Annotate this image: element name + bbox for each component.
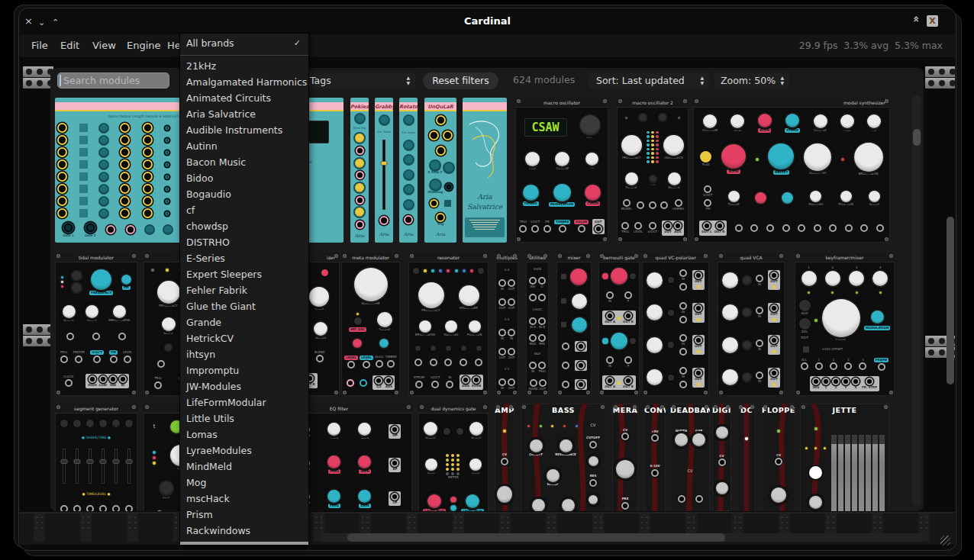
sort-select[interactable]: Sort: Last updated▲▼ <box>589 72 709 89</box>
module-digi[interactable]: DIGICVANALOG <box>712 404 731 511</box>
module-deadband[interactable]: DEADBANDWIDTHGAPCV <box>670 404 710 511</box>
button[interactable] <box>165 175 169 179</box>
button[interactable] <box>799 318 811 330</box>
module-bernoulli-gate[interactable]: bernoulli gateINPOUT AOUT BINPOUT AOUT B <box>598 253 640 396</box>
brand-item-bidoo[interactable]: Bidoo <box>180 170 308 186</box>
brand-item-grande[interactable]: Grande <box>180 314 308 330</box>
brand-item-ihtsyn[interactable]: ihtsyn <box>180 346 308 362</box>
menu-engine[interactable]: Engine <box>127 40 161 51</box>
slider-handle[interactable] <box>73 459 80 464</box>
brand-item-audible-instruments[interactable]: Audible Instruments <box>180 122 308 138</box>
module-rotatoes[interactable]: RotatoesExt. ScaleAria <box>399 98 418 243</box>
brand-item-e-series[interactable]: E-Series <box>180 250 308 266</box>
zoom-select[interactable]: Zoom: 50%▲▼ <box>714 72 789 89</box>
brand-item-impromptu[interactable]: Impromptu <box>180 362 308 378</box>
button[interactable] <box>700 151 711 163</box>
brand-item-expert-sleepers[interactable]: Expert Sleepers <box>180 266 308 282</box>
module-resonator[interactable]: resonatorFREQUENCYSTRUCTUREBRIGHTNESSDAM… <box>408 253 489 396</box>
brand-item-jw-modules[interactable]: JW-Modules <box>180 378 308 394</box>
module-quad-vc-polarizer[interactable]: quad VC-polarizerINOUTINOUTINOUTINOUT <box>642 253 709 396</box>
horizontal-scrollbar-thumb[interactable] <box>347 533 725 542</box>
brand-item-autinn[interactable]: Autinn <box>180 138 308 154</box>
button[interactable] <box>630 273 636 279</box>
slider-handle[interactable] <box>125 459 132 464</box>
slider[interactable] <box>63 449 66 484</box>
brand-item-mschack[interactable]: mscHack <box>180 491 308 507</box>
button[interactable] <box>443 428 450 435</box>
module-macro-oscillator-2[interactable]: macro oscillator 2FREQUENCYHARMONICSTIMB… <box>617 98 689 243</box>
module-tidal-modulator[interactable]: tidal modulatorFREQUENCYFMSHAPESLOPESMOO… <box>55 253 137 396</box>
menu-edit[interactable]: Edit <box>60 40 79 51</box>
brand-item-glue-the-giant[interactable]: Glue the Giant <box>180 298 308 314</box>
brand-item-distrho[interactable]: DISTRHO <box>180 234 308 250</box>
brand-item-mindmeld[interactable]: MindMeld <box>180 459 308 475</box>
button[interactable] <box>668 310 674 316</box>
brand-item-prism[interactable]: Prism <box>180 507 308 523</box>
slider[interactable] <box>89 449 92 484</box>
slider[interactable] <box>127 449 131 484</box>
button[interactable] <box>165 199 169 204</box>
button[interactable] <box>165 138 169 143</box>
button[interactable] <box>99 420 107 427</box>
brand-item-lomas[interactable]: Lomas <box>180 426 308 443</box>
browser-scrollbar-track[interactable] <box>912 95 921 506</box>
button[interactable] <box>165 163 169 167</box>
brand-item-rackwindows[interactable]: Rackwindows <box>180 523 308 539</box>
brand-item-21khz[interactable]: 21kHz <box>180 58 308 74</box>
brand-item-lifeformmodular[interactable]: LifeFormModular <box>180 394 308 410</box>
module-dc[interactable]: DCIN <box>737 404 756 511</box>
reset-filters-button[interactable]: Reset filters <box>423 72 498 89</box>
brand-item-lyraemodules[interactable]: LyraeModules <box>180 443 308 459</box>
slider-handle[interactable] <box>60 459 67 464</box>
button[interactable] <box>112 420 120 427</box>
module-aria-art[interactable]: Aria Salvatrice <box>463 98 507 243</box>
brand-item-all-brands[interactable]: All brands✓ <box>180 35 308 51</box>
button[interactable] <box>478 268 484 274</box>
slider-handle[interactable] <box>86 459 93 464</box>
module-meta-modulator[interactable]: meta modulatorALGORITHMINT. OSCTIMBRELEV… <box>341 253 400 396</box>
menu-view[interactable]: View <box>92 40 116 51</box>
brand-item-animated-circuits[interactable]: Animated Circuits <box>180 90 308 106</box>
button[interactable] <box>415 346 421 351</box>
button[interactable] <box>165 211 169 216</box>
brand-item-bogaudio[interactable]: Bogaudio <box>180 186 308 202</box>
brand-item-bacon-music[interactable]: Bacon Music <box>180 154 308 170</box>
module-grabby[interactable]: GrabbyExt. ScaleAria <box>375 98 393 243</box>
module-pokies[interactable]: PokiesBlind TrigAria <box>350 98 369 243</box>
button[interactable] <box>809 466 822 479</box>
button[interactable] <box>668 342 674 348</box>
brand-item-amalgamated-harmonics[interactable]: Amalgamated Harmonics <box>180 74 308 90</box>
module-jette[interactable]: JETTEV/OCT <box>800 404 889 511</box>
slider-handle[interactable] <box>99 459 106 464</box>
resize-grip[interactable] <box>940 536 950 546</box>
module-amp[interactable]: AMPCVIN <box>495 404 514 511</box>
module-quad-vca[interactable]: quad VCAINOUTINOUTINOUTINOUT <box>718 253 785 396</box>
button[interactable] <box>321 269 328 276</box>
button[interactable] <box>413 268 419 274</box>
module-mixer[interactable]: mixer <box>556 253 592 396</box>
slider[interactable] <box>114 449 118 484</box>
button[interactable] <box>165 150 169 155</box>
button[interactable] <box>446 346 451 351</box>
button[interactable] <box>668 277 674 283</box>
menu-file[interactable]: File <box>31 40 48 51</box>
button[interactable] <box>456 428 463 435</box>
button[interactable] <box>125 420 133 427</box>
button[interactable] <box>60 420 68 427</box>
slider-handle[interactable] <box>112 459 119 464</box>
module-keyframer-mixer[interactable]: keyframer/mixer1234ADDDELEDITFRAMEMODULA… <box>795 253 895 396</box>
button[interactable] <box>799 300 811 311</box>
button[interactable] <box>165 187 169 191</box>
module-modal-synthesizer[interactable]: modal synthesizerCONTOURBOWBLOWSTRIKECOA… <box>693 98 890 243</box>
brand-item-little-utils[interactable]: Little Utils <box>180 410 308 426</box>
module-segment-generator[interactable]: segment generator● SHAPE/TIME ●● TIME/LE… <box>55 404 137 511</box>
tags-select[interactable]: Tags▲▼ <box>302 72 415 89</box>
button[interactable] <box>354 317 362 325</box>
module-macro-oscillator[interactable]: macro oscillatorCSAWEXTFINECOARSEFMTIMBR… <box>515 98 608 243</box>
module-utilities[interactable]: utilitiesSIGNINVULOGICIN AIN BMAXMINS&HI… <box>526 253 549 396</box>
brand-item-mog[interactable]: Mog <box>180 475 308 491</box>
slider[interactable] <box>76 449 79 484</box>
brand-item-aria-salvatrice[interactable]: Aria Salvatrice <box>180 106 308 122</box>
brand-item-hetrickcv[interactable]: HetrickCV <box>180 330 308 346</box>
brand-item-cf[interactable]: cf <box>180 202 308 218</box>
